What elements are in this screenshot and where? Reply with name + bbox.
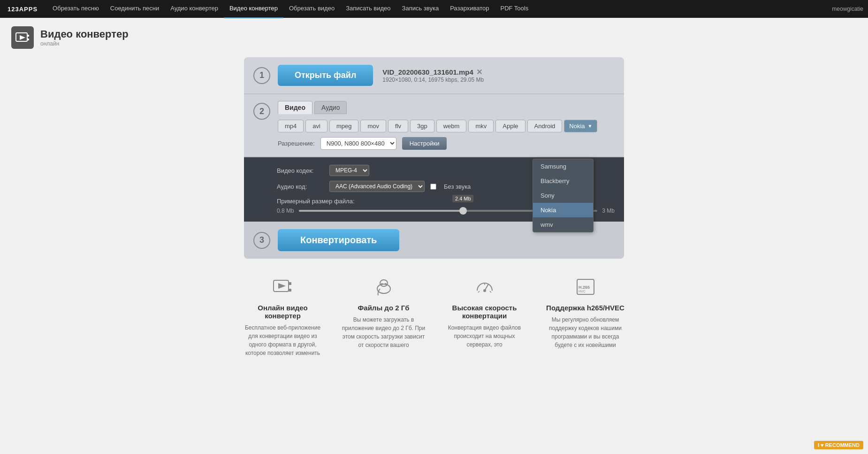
format-mov[interactable]: mov [360,120,386,132]
nav-trim-song[interactable]: Обрезать песню [47,0,105,18]
file-info: VID_20200630_131601.mp4 ✕ 1920×1080, 0:1… [382,68,484,83]
open-file-button[interactable]: Открыть файл [278,65,373,86]
svg-point-9 [380,280,388,286]
file-name: VID_20200630_131601.mp4 ✕ [382,68,484,77]
page-header: Видео конвертер онлайн [0,18,868,57]
video-codec-select[interactable]: MPEG-4 [329,165,369,176]
feature-online-converter: Онлайн видео конвертер Бесплатное веб-пр… [232,274,333,357]
format-3gp[interactable]: 3gp [410,120,434,132]
resolution-label: Разрешение: [278,140,315,147]
svg-marker-1 [20,35,25,40]
tab-video[interactable]: Видео [278,101,312,114]
nav-trim-video[interactable]: Обрезать видео [283,0,340,18]
svg-line-14 [478,291,480,292]
nokia-dropdown-menu: Samsung Blackberry Sony Nokia wmv [533,159,594,232]
nav-archiver[interactable]: Разархиватор [444,0,495,18]
page-subtitle: онлайн [40,40,129,47]
svg-point-13 [483,289,486,292]
step2-section: 2 Видео Аудио mp4 avi mpeg mov flv 3gp [244,94,624,157]
feature-title-3: Высокая скорость конвертации [442,304,527,320]
slider-thumb[interactable] [459,207,467,215]
no-sound-label: Без звука [444,183,471,190]
slider-min-label: 0.8 Mb [277,208,294,214]
step1-number: 1 [253,67,270,84]
feature-high-speed: Высокая скорость конвертации Конвертация… [434,274,535,357]
page-title-block: Видео конвертер онлайн [40,28,129,47]
dropdown-wmv[interactable]: wmv [533,217,593,232]
feature-title-2: Файлы до 2 Гб [358,304,409,312]
format-avi[interactable]: avi [305,120,327,132]
format-mkv[interactable]: mkv [468,120,494,132]
format-flv[interactable]: flv [388,120,408,132]
page-icon [11,26,34,49]
format-options: mp4 avi mpeg mov flv 3gp webm mkv Apple … [278,120,615,132]
dropdown-nokia[interactable]: Nokia [533,203,593,217]
tab-audio[interactable]: Аудио [314,101,347,114]
video-converter-icon [270,274,296,300]
svg-rect-6 [289,282,291,285]
feature-title-1: Онлайн видео конвертер [240,304,326,320]
slider-fill [299,210,463,212]
feature-desc-1: Бесплатное веб-приложение для конвертаци… [240,323,326,357]
step1-section: 1 Открыть файл VID_20200630_131601.mp4 ✕… [244,57,624,94]
settings-row: Разрешение: N900, N800 800×480 Настройки [278,137,615,150]
dropdown-blackberry[interactable]: Blackberry [533,174,593,188]
slider-tooltip: 2.4 Mb [452,195,474,202]
features-section: Онлайн видео конвертер Бесплатное веб-пр… [223,274,645,357]
feature-desc-2: Вы можете загружать в приложение видео д… [341,315,426,349]
step1-content: Открыть файл VID_20200630_131601.mp4 ✕ 1… [278,65,615,86]
nav-links: Обрезать песню Соединить песни Аудио кон… [47,0,534,18]
format-apple[interactable]: Apple [495,120,525,132]
svg-point-10 [381,283,383,285]
top-navigation: 123APPS Обрезать песню Соединить песни А… [0,0,868,18]
elephant-icon [371,274,397,300]
nokia-label: Nokia [569,123,585,130]
format-tabs: Видео Аудио [278,101,615,114]
svg-marker-5 [278,283,286,289]
audio-codec-label: Аудио код: [277,183,324,190]
nav-record-sound[interactable]: Запись звука [396,0,445,18]
step3-number: 3 [253,232,270,249]
svg-rect-7 [289,289,291,292]
step2-content: Видео Аудио mp4 avi mpeg mov flv 3gp web… [278,101,615,150]
format-android[interactable]: Android [527,120,563,132]
nav-video-converter[interactable]: Видео конвертер [224,0,283,18]
audio-codec-select[interactable]: AAC (Advanced Audio Coding) [329,181,425,192]
svg-text:H.265: H.265 [579,285,590,290]
feature-h265: H.265 HVC Поддержка h265/HVEC Мы регуляр… [535,274,636,357]
slider-max-label: 3 Mb [602,208,615,214]
file-close-icon[interactable]: ✕ [476,68,482,77]
format-nokia-dropdown[interactable]: Nokia ▼ [564,120,597,132]
format-webm[interactable]: webm [436,120,467,132]
h265-icon: H.265 HVC [572,274,599,300]
feature-title-4: Поддержка h265/HVEC [546,304,624,312]
nav-pdf-tools[interactable]: PDF Tools [495,0,534,18]
page-title: Видео конвертер [40,28,129,40]
no-sound-checkbox[interactable] [430,184,436,190]
dropdown-sony[interactable]: Sony [533,188,593,203]
convert-button[interactable]: Конвертировать [278,229,399,251]
brand-logo[interactable]: 123APPS [8,6,38,13]
svg-rect-3 [27,38,29,40]
feature-desc-4: Мы регулярно обновляем поддержку кодеков… [542,315,628,349]
svg-point-8 [377,284,390,293]
svg-point-11 [385,283,387,285]
feature-desc-3: Конвертация видео файлов происходит на м… [442,323,527,349]
format-mp4[interactable]: mp4 [278,120,304,132]
format-mpeg[interactable]: mpeg [329,120,359,132]
file-meta: 1920×1080, 0:14, 16975 kbps, 29.05 Mb [382,77,484,83]
feature-files-2gb: Файлы до 2 Гб Вы можете загружать в прил… [333,274,434,357]
speed-icon [472,274,498,300]
nav-audio-converter[interactable]: Аудио конвертер [165,0,224,18]
nav-join-songs[interactable]: Соединить песни [105,0,165,18]
nav-record-video[interactable]: Записать видео [340,0,396,18]
main-content: 1 Открыть файл VID_20200630_131601.mp4 ✕… [0,57,868,369]
dropdown-arrow-icon: ▼ [588,123,593,129]
resolution-select[interactable]: N900, N800 800×480 [320,137,396,150]
video-codec-label: Видео кодек: [277,167,324,174]
step2-number: 2 [253,103,270,120]
svg-text:HVC: HVC [579,290,586,293]
user-name: meowgicatie [832,6,863,12]
settings-button[interactable]: Настройки [402,137,447,150]
dropdown-samsung[interactable]: Samsung [533,159,593,174]
